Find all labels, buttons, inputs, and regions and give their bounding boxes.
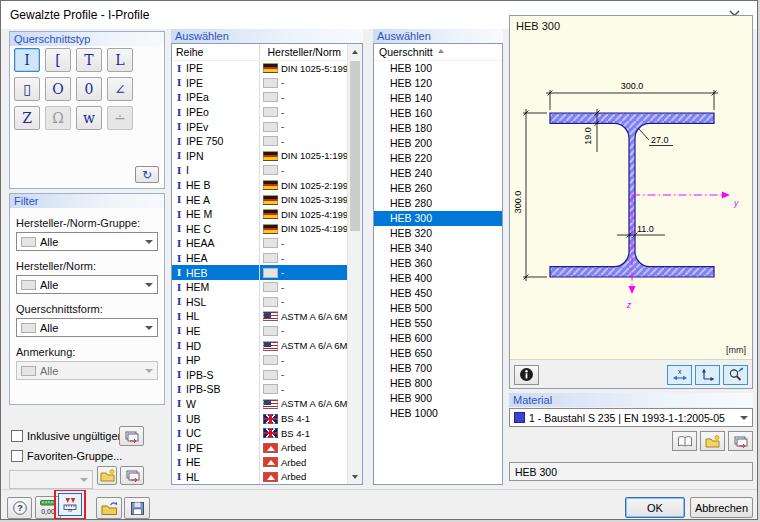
size-item[interactable]: HEB 450 bbox=[374, 286, 502, 301]
size-item[interactable]: HEB 320 bbox=[374, 226, 502, 241]
series-row[interactable]: IIPEo- bbox=[172, 105, 347, 120]
include-invalid-checkbox[interactable]: Inklusive ungültiger... bbox=[11, 430, 130, 442]
size-item[interactable]: HEB 550 bbox=[374, 316, 502, 331]
size-item[interactable]: HEB 400 bbox=[374, 271, 502, 286]
size-item[interactable]: HEB 240 bbox=[374, 166, 502, 181]
size-item[interactable]: HEB 220 bbox=[374, 151, 502, 166]
size-item[interactable]: HEB 200 bbox=[374, 136, 502, 151]
checkbox-box[interactable] bbox=[11, 450, 23, 462]
toggle-dimensions-button[interactable]: x bbox=[667, 365, 692, 385]
series-row[interactable]: IUCBS 4-1 bbox=[172, 426, 347, 441]
size-item[interactable]: HEB 300 bbox=[374, 211, 502, 226]
series-row[interactable]: IHLASTM A 6/A 6M - 07 bbox=[172, 309, 347, 324]
size-item[interactable]: HEB 1000 bbox=[374, 406, 502, 421]
series-row[interactable]: IHE- bbox=[172, 324, 347, 339]
size-item[interactable]: HEB 120 bbox=[374, 76, 502, 91]
type-button-i-section[interactable]: I bbox=[14, 48, 40, 72]
favorites-group-checkbox[interactable]: Favoriten-Gruppe... bbox=[11, 450, 122, 462]
size-item[interactable]: HEB 500 bbox=[374, 301, 502, 316]
column-hersteller-norm[interactable]: Hersteller/Norm bbox=[259, 44, 347, 60]
series-row[interactable]: IHEAA- bbox=[172, 236, 347, 251]
series-row[interactable]: IIPE 750- bbox=[172, 134, 347, 149]
series-row[interactable]: IHE MDIN 1025-4:1994 bbox=[172, 207, 347, 222]
series-row[interactable]: IIPB-S- bbox=[172, 367, 347, 382]
series-row[interactable]: IIPE- bbox=[172, 76, 347, 91]
series-row[interactable]: IHE ADIN 1025-3:1994 bbox=[172, 192, 347, 207]
type-button-round-bar-section[interactable]: 0 bbox=[76, 77, 102, 101]
column-querschnitt[interactable]: Querschnitt bbox=[379, 46, 433, 58]
filter-select-norm-group[interactable]: Alle bbox=[16, 232, 158, 251]
type-button-circular-hollow-section[interactable]: O bbox=[45, 77, 71, 101]
new-material-button[interactable] bbox=[700, 431, 725, 451]
series-row[interactable]: IHDASTM A 6/A 6M - 07 bbox=[172, 338, 347, 353]
series-row[interactable]: II- bbox=[172, 163, 347, 178]
series-row[interactable]: IIPEa- bbox=[172, 90, 347, 105]
filter-select-shape[interactable]: Alle bbox=[16, 318, 158, 337]
series-scrollbar[interactable] bbox=[347, 44, 362, 484]
i-profile-icon: I bbox=[172, 398, 186, 409]
size-item[interactable]: HEB 600 bbox=[374, 331, 502, 346]
save-profile-button[interactable] bbox=[124, 497, 150, 519]
type-button-angle-section[interactable]: L bbox=[107, 48, 133, 72]
size-item[interactable]: HEB 900 bbox=[374, 391, 502, 406]
scroll-down-icon[interactable] bbox=[348, 469, 362, 484]
ok-button[interactable]: OK bbox=[625, 497, 685, 518]
series-row[interactable]: IHEM- bbox=[172, 280, 347, 295]
invalid-profiles-settings-button[interactable] bbox=[119, 426, 144, 446]
manage-favorites-button[interactable] bbox=[120, 466, 144, 485]
series-row[interactable]: IIPEv- bbox=[172, 119, 347, 134]
scroll-up-icon[interactable] bbox=[348, 44, 362, 59]
size-item[interactable]: HEB 260 bbox=[374, 181, 502, 196]
type-button-z-section[interactable]: Z bbox=[14, 106, 40, 130]
series-row[interactable]: IHEB- bbox=[172, 265, 347, 280]
i-profile-icon: I bbox=[172, 77, 186, 88]
size-item[interactable]: HEB 180 bbox=[374, 121, 502, 136]
info-button[interactable] bbox=[514, 365, 539, 385]
type-button-t-section[interactable]: T bbox=[76, 48, 102, 72]
material-library-button[interactable] bbox=[672, 431, 697, 451]
size-item[interactable]: HEB 650 bbox=[374, 346, 502, 361]
type-button-sloped-flange-angle[interactable]: ∠ bbox=[107, 77, 133, 101]
type-button-rectangular-hollow-section[interactable]: ▯ bbox=[14, 77, 40, 101]
series-row[interactable]: IIPNDIN 1025-1:1995 bbox=[172, 149, 347, 164]
type-button-channel-section[interactable]: [ bbox=[45, 48, 71, 72]
series-row[interactable]: IHEA- bbox=[172, 251, 347, 266]
toggle-axes-button[interactable] bbox=[695, 365, 720, 385]
scrollbar-thumb[interactable] bbox=[350, 61, 360, 231]
checkbox-box[interactable] bbox=[11, 430, 23, 442]
help-button[interactable]: ? bbox=[7, 497, 32, 519]
series-name: HEB bbox=[186, 267, 259, 279]
size-item[interactable]: HEB 160 bbox=[374, 106, 502, 121]
size-item[interactable]: HEB 280 bbox=[374, 196, 502, 211]
series-row[interactable]: IIPEDIN 1025-5:1994 bbox=[172, 61, 347, 76]
size-column-header[interactable]: Querschnitt bbox=[374, 44, 502, 61]
series-row[interactable]: IHE CDIN 1025-4:1994 bbox=[172, 222, 347, 237]
size-item[interactable]: HEB 100 bbox=[374, 61, 502, 76]
size-item[interactable]: HEB 360 bbox=[374, 256, 502, 271]
edit-material-button[interactable] bbox=[728, 431, 753, 451]
series-row[interactable]: IIPEArbed bbox=[172, 440, 347, 455]
size-item[interactable]: HEB 700 bbox=[374, 361, 502, 376]
filter-select-norm[interactable]: Alle bbox=[16, 275, 158, 294]
rotate-section-button[interactable]: ↻ bbox=[135, 166, 159, 183]
series-row[interactable]: IHLArbed bbox=[172, 470, 347, 484]
size-item[interactable]: HEB 140 bbox=[374, 91, 502, 106]
series-row[interactable]: IHEArbed bbox=[172, 455, 347, 470]
cancel-button[interactable]: Abbrechen bbox=[690, 497, 753, 518]
series-row[interactable]: IIPB-SB- bbox=[172, 382, 347, 397]
material-select[interactable]: 1 - Baustahl S 235 | EN 1993-1-1:2005-05 bbox=[509, 408, 753, 427]
size-item[interactable]: HEB 340 bbox=[374, 241, 502, 256]
section-name-field[interactable] bbox=[509, 462, 753, 481]
open-profile-button[interactable] bbox=[96, 497, 122, 519]
series-row[interactable]: IHE BDIN 1025-2:1995 bbox=[172, 178, 347, 193]
zoom-view-button[interactable] bbox=[723, 365, 748, 385]
size-item[interactable]: HEB 800 bbox=[374, 376, 502, 391]
series-row[interactable]: IUBBS 4-1 bbox=[172, 411, 347, 426]
series-row[interactable]: IHSL- bbox=[172, 295, 347, 310]
type-button-corrugated-section[interactable]: w bbox=[76, 106, 102, 130]
series-row[interactable]: IWASTM A 6/A 6M bbox=[172, 397, 347, 412]
new-favorites-group-button[interactable] bbox=[97, 466, 117, 485]
units-settings-button[interactable]: m bbox=[58, 493, 82, 516]
series-row[interactable]: IHP- bbox=[172, 353, 347, 368]
column-reihe[interactable]: Reihe bbox=[172, 44, 259, 60]
